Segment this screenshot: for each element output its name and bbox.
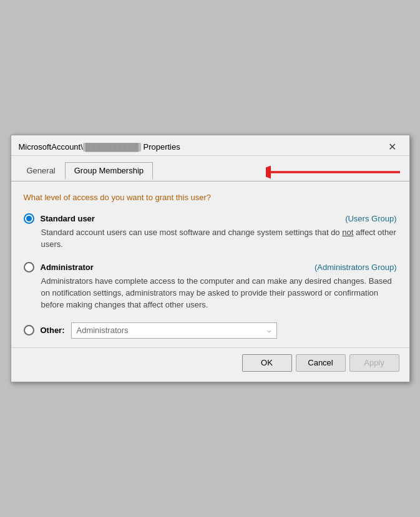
other-radio[interactable] — [24, 325, 34, 336]
not-text: not — [342, 228, 353, 237]
title-prefix: MicrosoftAccount\ — [19, 142, 83, 152]
title-suffix: Properties — [141, 142, 180, 152]
content-area: What level of access do you want to gran… — [11, 181, 409, 347]
standard-user-row: Standard user (Users Group) — [24, 213, 397, 224]
administrator-desc: Administrators have complete access to t… — [41, 276, 397, 311]
properties-dialog: MicrosoftAccount\██████████ Properties ✕… — [11, 135, 410, 382]
tab-general[interactable]: General — [17, 162, 65, 180]
title-username: ██████████ — [83, 143, 141, 152]
radio-inner-dot — [26, 216, 32, 221]
other-label: Other: — [41, 326, 65, 335]
footer: OK Cancel Apply — [11, 347, 409, 382]
standard-user-radio[interactable] — [24, 213, 34, 224]
standard-user-group: (Users Group) — [345, 214, 396, 223]
administrator-block: Administrator (Administrators Group) Adm… — [24, 262, 397, 311]
apply-button[interactable]: Apply — [349, 354, 399, 372]
administrator-label: Administrator — [41, 263, 94, 272]
cancel-button[interactable]: Cancel — [296, 354, 346, 372]
administrator-radio[interactable] — [24, 262, 34, 273]
title-bar: MicrosoftAccount\██████████ Properties ✕ — [11, 135, 409, 156]
dropdown-value: Administrators — [77, 326, 129, 335]
other-dropdown[interactable]: Administrators ⌵ — [71, 322, 277, 339]
tabs: General Group Membership — [11, 158, 266, 179]
ok-button[interactable]: OK — [242, 354, 292, 372]
chevron-down-icon: ⌵ — [267, 326, 271, 334]
title-bar-left: MicrosoftAccount\██████████ Properties — [19, 142, 180, 152]
administrator-row: Administrator (Administrators Group) — [24, 262, 397, 273]
standard-user-desc: Standard account users can use most soft… — [41, 227, 397, 251]
standard-user-label: Standard user — [41, 214, 95, 223]
standard-user-block: Standard user (Users Group) Standard acc… — [24, 213, 397, 251]
other-row: Other: Administrators ⌵ — [24, 322, 397, 339]
administrator-group: (Administrators Group) — [315, 263, 396, 272]
tab-annotation — [266, 158, 409, 181]
tab-group-membership[interactable]: Group Membership — [65, 162, 153, 180]
close-button[interactable]: ✕ — [383, 140, 402, 153]
red-arrow-annotation — [266, 163, 403, 181]
question-text: What level of access do you want to gran… — [24, 193, 397, 202]
window-title: MicrosoftAccount\██████████ Properties — [19, 142, 180, 152]
